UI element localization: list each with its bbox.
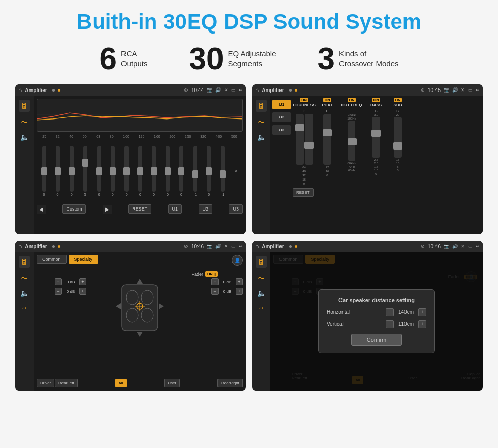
svg-marker-14	[159, 303, 164, 309]
sidebar-wave-icon-2[interactable]: 〜	[258, 118, 265, 127]
profile-icon-3[interactable]: 👤	[232, 255, 243, 266]
home-icon-4[interactable]: ⌂	[255, 243, 259, 250]
loudness-thumb-1[interactable]	[295, 124, 304, 131]
home-icon-1[interactable]: ⌂	[18, 86, 22, 94]
sidebar-wave-icon[interactable]: 〜	[21, 118, 28, 127]
sidebar-tune-icon[interactable]: 🎛	[19, 100, 30, 112]
user-btn[interactable]: User	[164, 379, 180, 387]
stat-number-6: 6	[99, 43, 116, 74]
sub-thumb[interactable]	[393, 142, 402, 150]
dialog-main: Common Specialty Fader ON || 👤 −0 dB+ −0…	[270, 252, 483, 391]
slider-thumb-3[interactable]	[82, 159, 88, 167]
next-btn[interactable]: ▶	[103, 205, 112, 214]
custom-preset-btn[interactable]: Custom	[62, 204, 86, 214]
crossover-headers: ON LOUDNESS ON PHAT ON CUT FREQ	[293, 98, 481, 108]
slider-thumb-4[interactable]	[96, 167, 102, 175]
loudness-on[interactable]: ON	[300, 98, 308, 102]
preset-u3[interactable]: U3	[272, 125, 291, 135]
prev-btn[interactable]: ◀	[37, 205, 46, 214]
phat-thumb[interactable]	[323, 129, 332, 136]
sidebar-speaker-icon-4[interactable]: 🔈	[257, 289, 266, 297]
rearright-btn[interactable]: RearRight	[217, 379, 243, 387]
tab-common[interactable]: Common	[37, 255, 67, 264]
slider-thumb-6[interactable]	[123, 167, 130, 175]
u2-btn[interactable]: U2	[199, 204, 213, 214]
back-icon-3[interactable]: ↩	[239, 244, 243, 249]
preset-u2[interactable]: U2	[272, 112, 291, 122]
slider-thumb-7[interactable]	[137, 167, 143, 175]
vol-plus-3[interactable]: +	[236, 278, 243, 285]
loudness-thumb-2[interactable]	[304, 142, 314, 149]
sidebar-speaker-icon-3[interactable]: 🔈	[20, 289, 29, 297]
location-icon-1: ⊙	[184, 87, 188, 93]
phat-slider[interactable]	[323, 114, 331, 165]
sidebar-speaker-icon[interactable]: 🔈	[20, 133, 29, 141]
driver-btn[interactable]: Driver	[37, 379, 54, 387]
preset-u1[interactable]: U1	[272, 100, 291, 109]
location-icon-4: ⊙	[421, 244, 425, 249]
slider-thumb-1[interactable]	[55, 167, 61, 175]
horizontal-minus[interactable]: −	[386, 308, 394, 316]
sidebar-wave-icon-4[interactable]: 〜	[258, 274, 265, 283]
bass-slider[interactable]	[372, 117, 380, 158]
sub-slider[interactable]	[394, 117, 402, 158]
vol-plus-2[interactable]: +	[79, 288, 86, 295]
slider-thumb-11[interactable]	[192, 170, 198, 178]
eq-sliders-row: 0 0 0 5	[37, 140, 243, 201]
u1-btn[interactable]: U1	[168, 204, 182, 214]
vol-row-4: − 0 dB +	[211, 288, 243, 295]
loudness-slider-2[interactable]	[305, 114, 313, 165]
screen-crossover: ⌂ Amplifier ⊙ 10:45 📷 🔊 ✕ ▭ ↩ 🎛 〜 🔈	[252, 84, 483, 234]
all-btn[interactable]: All	[115, 379, 127, 387]
bass-thumb[interactable]	[371, 130, 381, 137]
phat-on[interactable]: ON	[323, 98, 332, 102]
sidebar-tune-icon-4[interactable]: 🎛	[256, 256, 267, 268]
slider-thumb-0[interactable]	[41, 167, 47, 175]
cutfreq-slider[interactable]	[348, 121, 355, 161]
horizontal-row: Horizontal − 140cm +	[327, 308, 426, 316]
vertical-plus[interactable]: +	[418, 320, 426, 328]
horizontal-plus[interactable]: +	[418, 308, 426, 316]
sidebar-arrows-icon-3[interactable]: ↔	[21, 304, 28, 312]
bass-on[interactable]: ON	[372, 98, 381, 102]
vol-minus-3[interactable]: −	[211, 278, 219, 285]
sidebar-tune-icon-2[interactable]: 🎛	[256, 100, 267, 112]
slider-thumb-8[interactable]	[151, 167, 157, 175]
slider-thumb-12[interactable]	[206, 167, 212, 175]
loudness-slider-1[interactable]	[296, 114, 304, 165]
vol-plus-4[interactable]: +	[236, 288, 243, 295]
sub-on[interactable]: ON	[394, 98, 402, 102]
vol-plus-1[interactable]: +	[79, 278, 86, 285]
vol-minus-2[interactable]: −	[55, 288, 62, 295]
sidebar-wave-icon-3[interactable]: 〜	[21, 274, 28, 283]
reset-btn[interactable]: RESET	[128, 204, 151, 214]
home-icon-2[interactable]: ⌂	[255, 86, 259, 94]
sidebar-arrows-icon-4[interactable]: ↔	[258, 304, 265, 312]
vertical-row: Vertical − 110cm +	[327, 320, 426, 328]
crossover-reset-btn[interactable]: RESET	[293, 188, 314, 197]
slider-thumb-2[interactable]	[69, 167, 75, 175]
back-icon-2[interactable]: ↩	[476, 87, 480, 93]
sidebar-tune-icon-3[interactable]: 🎛	[19, 256, 30, 268]
u3-btn[interactable]: U3	[229, 204, 243, 214]
confirm-button[interactable]: Confirm	[351, 334, 402, 346]
slider-thumb-10[interactable]	[178, 167, 184, 175]
slider-thumb-13[interactable]	[220, 170, 226, 178]
vertical-minus[interactable]: −	[386, 320, 394, 328]
eq-slider-2: 0	[70, 146, 74, 196]
more-icon[interactable]: »	[234, 168, 237, 174]
rearleft-btn[interactable]: RearLeft	[55, 379, 78, 387]
slider-thumb-5[interactable]	[110, 167, 116, 175]
back-icon-4[interactable]: ↩	[476, 244, 480, 249]
cutfreq-on[interactable]: ON	[348, 98, 356, 102]
tab-specialty[interactable]: Specialty	[69, 255, 99, 264]
back-icon-1[interactable]: ↩	[239, 87, 243, 93]
vol-minus-1[interactable]: −	[55, 278, 62, 285]
sidebar-speaker-icon-2[interactable]: 🔈	[257, 133, 266, 141]
home-icon-3[interactable]: ⌂	[18, 243, 22, 250]
horizontal-control: − 140cm +	[386, 308, 426, 316]
fader-on-toggle[interactable]: ON ||	[205, 271, 218, 277]
cutfreq-thumb[interactable]	[348, 138, 357, 145]
slider-thumb-9[interactable]	[165, 167, 171, 175]
vol-minus-4[interactable]: −	[211, 288, 219, 295]
